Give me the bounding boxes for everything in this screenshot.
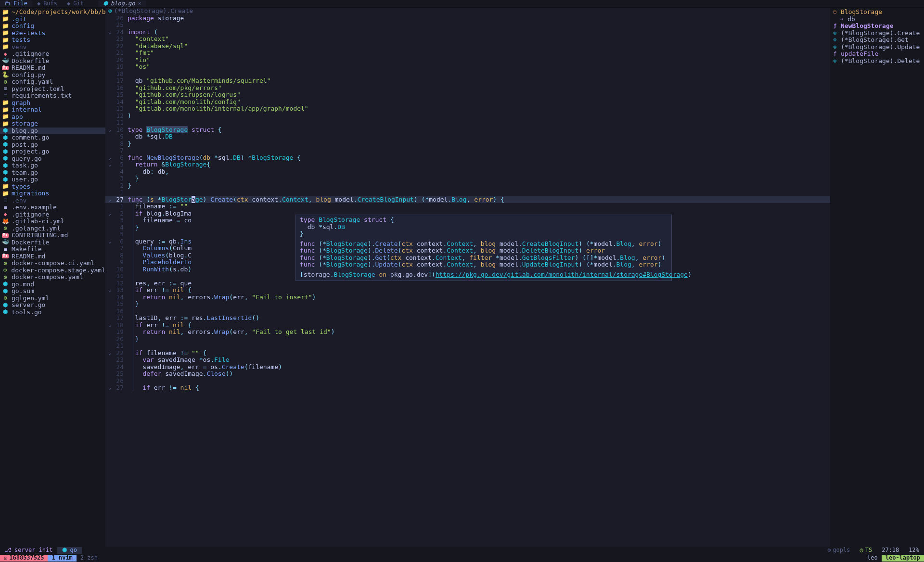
code-line[interactable]: 25 [105,22,830,29]
code-line[interactable]: 20 │} [105,336,830,343]
code-line[interactable]: 17 qb "github.com/Masterminds/squirrel" [105,77,830,85]
tree-item[interactable]: ⚙.golangci.yml [0,225,105,232]
tree-item[interactable]: 📁storage [0,120,105,128]
tree-item[interactable]: 📁types [0,183,105,191]
side-tab-git[interactable]: ◆ Git [62,0,89,7]
tree-item[interactable]: 📁e2e-tests [0,30,105,37]
outline-item[interactable]: ⊚(*BlogStorage).Get [830,37,924,44]
tree-item[interactable]: ◆.gitignore [0,211,105,218]
code-line[interactable]: 15 "github.com/sirupsen/logrus" [105,91,830,99]
tree-item[interactable]: ⬢team.go [0,169,105,177]
outline[interactable]: ⊟BlogStorage⇢dbƒNewBlogStorage⊚(*BlogSto… [830,8,924,547]
tree-item[interactable]: 📁venv [0,44,105,51]
code-line[interactable]: 25 │ defer savedImage.Close() [105,370,830,378]
code-line[interactable]: 15 │} [105,301,830,308]
fold-marker[interactable]: ⌄ [105,385,114,391]
tree-item[interactable]: ⬢go.mod [0,281,105,288]
outline-item[interactable]: ⇢db [830,16,924,23]
code-line[interactable]: 8} [105,140,830,148]
tree-item[interactable]: 📁graph [0,100,105,107]
code-line[interactable]: ⌄18 │if err != nil { [105,322,830,329]
code-line[interactable]: 24 │ savedImage, err = os.Create(filenam… [105,364,830,371]
code-line[interactable]: 18 [105,71,830,78]
side-tab-bufs[interactable]: ◆ Bufs [32,0,62,7]
tmux-window[interactable]: 1 nvim [48,555,76,561]
outline-item[interactable]: ƒNewBlogStorage [830,23,924,30]
tree-item[interactable]: ≣.env [0,197,105,204]
tree-item[interactable]: ◆.gitignore [0,51,105,58]
code-line[interactable]: ⌄6func NewBlogStorage(db *sql.DB) *BlogS… [105,154,830,162]
code-line[interactable]: 19 │ return nil, errors.Wrap(err, "Fail … [105,329,830,336]
code-line[interactable]: 11 [105,119,830,127]
outline-item[interactable]: ⊟BlogStorage [830,9,924,16]
tree-item[interactable]: 📁app [0,114,105,121]
tree-item[interactable]: ⬢post.go [0,141,105,149]
code-line[interactable]: 4 db: db, [105,168,830,176]
code-line[interactable]: ⌄27func (s *BlogStorage) Create(ctx cont… [105,196,830,204]
tree-item[interactable]: ⚙docker-compose.ci.yaml [0,260,105,267]
code-line[interactable]: ⌄5 return &BlogStorage{ [105,161,830,168]
code-line[interactable]: 9 db *sql.DB [105,133,830,140]
tree-item[interactable]: 🦊.gitlab-ci.yml [0,218,105,225]
tree-item[interactable]: 📁internal [0,106,105,114]
code-line[interactable]: 17 │lastID, err := res.LastInsertId() [105,315,830,322]
tree-item[interactable]: ⬢task.go [0,162,105,169]
tree-item[interactable]: ⬢comment.go [0,134,105,141]
tree-item[interactable]: ≡pyproject.toml [0,86,105,93]
side-tab-file[interactable]: 🗀 File [0,0,32,7]
code-line[interactable]: 26 │ [105,378,830,385]
code-line[interactable]: ⌄22 │if filename != "" { [105,350,830,357]
code-line[interactable]: 1 [105,189,830,196]
tree-item[interactable]: M↓README.md [0,253,105,260]
code-line[interactable]: 13 "gitlab.com/monolith/internal/app/gra… [105,105,830,113]
code-line[interactable]: 2} [105,182,830,190]
tree-item[interactable]: ⬢query.go [0,155,105,163]
fold-marker[interactable]: ⌄ [105,127,114,133]
tmux-window[interactable]: 2 zsh [77,555,102,561]
code-line[interactable]: 20 "io" [105,57,830,64]
tree-item[interactable]: ⬢project.go [0,148,105,155]
code-line[interactable]: 3 } [105,175,830,182]
tree-item[interactable]: 📁tests [0,37,105,44]
tree-item[interactable]: ⚙gqlgen.yml [0,295,105,302]
code-line[interactable]: ⌄13 │if err != nil { [105,287,830,294]
fold-marker[interactable]: ⌄ [105,162,114,167]
code-line[interactable]: 7 [105,147,830,154]
tree-item[interactable]: ⚙docker-compose.stage.yaml [0,267,105,274]
file-tree[interactable]: 📁~/Code/projects/work/bb/bac 📁.git📁confi… [0,8,105,547]
tree-item[interactable]: ⬢server.go [0,302,105,309]
outline-item[interactable]: ƒupdateFile [830,51,924,58]
tree-item[interactable]: ⬢tools.go [0,309,105,316]
tree-item[interactable]: 📁migrations [0,190,105,197]
outline-item[interactable]: ⊚(*BlogStorage).Delete [830,58,924,65]
fold-marker[interactable]: ⌄ [105,197,114,203]
code-line[interactable]: 14 │ return nil, errors.Wrap(err, "Fail … [105,294,830,301]
tree-item[interactable]: 📁config [0,23,105,30]
code-line[interactable]: 26package storage [105,15,830,22]
outline-item[interactable]: ⊚(*BlogStorage).Update [830,44,924,51]
code-line[interactable]: ⌄27 │ if err != nil { [105,384,830,392]
tree-item[interactable]: ⚙docker-compose.yaml [0,274,105,281]
code-line[interactable]: ⌄10type BlogStorage struct { [105,127,830,134]
tree-item[interactable]: 🐳Dockerfile [0,58,105,65]
code-line[interactable]: 22 "database/sql" [105,43,830,50]
code-line[interactable]: 23 │ var savedImage *os.File [105,357,830,364]
editor[interactable]: ⊚ (*BlogStorage).Create 26package storag… [105,8,830,547]
tree-item[interactable]: ⬢user.go [0,176,105,183]
tree-item[interactable]: ⚙config.yaml [0,78,105,86]
code-line[interactable]: 12) [105,113,830,120]
tree-item[interactable]: M↓CONTRIBUTING.md [0,232,105,239]
code-line[interactable]: 23 "context" [105,36,830,43]
outline-item[interactable]: ⊚(*BlogStorage).Create [830,30,924,37]
close-icon[interactable]: × [138,0,141,7]
fold-marker[interactable]: ⌄ [105,29,114,35]
tree-item[interactable]: ≡Makefile [0,246,105,253]
fold-marker[interactable]: ⌄ [105,211,114,217]
code-line[interactable]: 1 │filename := "" [105,203,830,210]
code-line[interactable]: 21 "fmt" [105,50,830,57]
code-line[interactable]: 16 │ [105,308,830,315]
fold-marker[interactable]: ⌄ [105,155,114,161]
tree-item[interactable]: M↓README.md [0,64,105,72]
tree-item[interactable]: 🐳Dockerfile [0,239,105,246]
fold-marker[interactable]: ⌄ [105,350,114,356]
